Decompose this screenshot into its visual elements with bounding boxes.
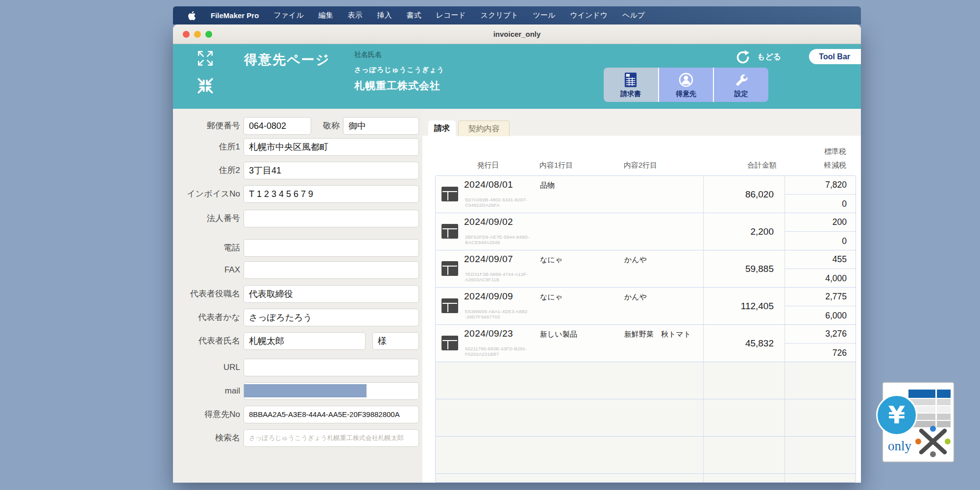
phone-label: 電話 (173, 239, 240, 257)
form-row: 代表者役職名 代表取締役 (173, 285, 422, 303)
rep-title-label: 代表者役職名 (173, 285, 240, 303)
menu-view[interactable]: 表示 (348, 11, 363, 20)
empty-invoice-row (436, 399, 856, 437)
invoice-row[interactable]: 2024/09/02 2BF62FD9-AE7E-5944-949D-BACE9… (436, 213, 856, 250)
col-header-issue-date: 発行日 (465, 161, 511, 170)
rep-name-field[interactable]: 札幌太郎 (244, 332, 366, 350)
phone-field[interactable] (244, 239, 419, 257)
total-cell-empty (703, 399, 784, 436)
menu-file[interactable]: ファイル (273, 11, 303, 20)
menu-filemaker-pro[interactable]: FileMaker Pro (211, 11, 259, 20)
menu-edit[interactable]: 編集 (318, 11, 333, 20)
form-row: 電話 (173, 239, 422, 257)
form-row: FAX (173, 261, 422, 279)
layout-icon[interactable] (441, 298, 458, 313)
address1-field[interactable]: 札幌市中央区風都町 (244, 138, 419, 156)
layout-icon[interactable] (441, 224, 458, 239)
mail-field[interactable] (244, 382, 419, 400)
person-icon (678, 72, 694, 88)
rep-kana-field[interactable]: さっぽろたろう (244, 309, 419, 326)
fax-field[interactable] (244, 261, 419, 279)
page-title: 得意先ページ (244, 51, 330, 69)
invoice-row[interactable]: 2024/09/07 なにゃ かんや 7ED31F3B-0888-4744-A1… (436, 250, 856, 288)
menu-insert[interactable]: 挿入 (377, 11, 392, 20)
invoice-uuid: 7ED31F3B-0888-4744-A13F-A2603AC9F11B (465, 271, 528, 282)
postal-code-field[interactable]: 064-0802 (244, 117, 311, 135)
total-amount: 45,832 (703, 325, 784, 362)
corporate-no-field[interactable] (244, 210, 419, 227)
url-field[interactable] (244, 359, 419, 376)
address1-label: 住所1 (173, 138, 240, 156)
rep-honorific-field[interactable]: 様 (372, 332, 419, 350)
form-row: 郵便番号 064-0802 敬称 御中 (173, 117, 422, 135)
desktop: FileMaker Pro ファイル 編集 表示 挿入 書式 レコード スクリプ… (0, 0, 980, 490)
customer-no-field[interactable]: 8BBAA2A5-A3E8-44A4-AA5E-20F39882800A (244, 406, 419, 423)
address2-field[interactable]: 3丁目41 (244, 162, 419, 179)
nav-customer-button[interactable]: 得意先 (658, 68, 713, 102)
invoice-no-field[interactable]: T12345679 (244, 185, 419, 203)
expand-arrows-icon[interactable] (196, 49, 215, 68)
nav-settings-button[interactable]: 設定 (713, 68, 768, 102)
issue-date: 2024/09/02 (464, 217, 513, 227)
menu-help[interactable]: ヘルプ (622, 11, 645, 20)
rep-kana-label: 代表者かな (173, 309, 240, 326)
customer-form-panel: 郵便番号 064-0802 敬称 御中 住所1 札幌市中央区風都町 住所2 3丁… (173, 109, 422, 483)
refresh-back-icon[interactable] (735, 49, 751, 65)
col-header-total: 合計金額 (722, 161, 777, 170)
tax-cell-empty (784, 437, 856, 473)
back-button[interactable]: もどる (757, 52, 781, 62)
nav-customer-label: 得意先 (676, 90, 696, 98)
invoice-row[interactable]: 2024/09/09 なにゃ かんや E6398005-A6A1-4DE3-A8… (436, 288, 856, 325)
total-amount: 59,885 (703, 250, 784, 287)
window-title-bar[interactable]: invoicer_only (173, 24, 861, 44)
reduced-tax: 0 (785, 195, 856, 213)
wrench-icon (734, 72, 749, 88)
issue-date: 2024/09/09 (464, 291, 513, 302)
mail-label: mail (173, 382, 240, 400)
menu-window[interactable]: ウインドウ (570, 11, 608, 20)
form-row: 代表者氏名 札幌太郎 様 (173, 332, 422, 350)
total-cell-empty (703, 437, 784, 473)
layout-icon[interactable] (441, 261, 458, 276)
layout-icon[interactable] (441, 187, 458, 201)
menu-records[interactable]: レコード (436, 11, 466, 20)
corporate-no-label: 法人番号 (173, 210, 240, 227)
content-line2: かんや (624, 293, 647, 302)
issue-date: 2024/09/07 (464, 254, 513, 265)
empty-invoice-row (436, 474, 856, 483)
col-header-reduced-tax: 軽減税 (800, 161, 846, 170)
tab-invoices[interactable]: 請求 (428, 121, 456, 136)
rep-title-field[interactable]: 代表取締役 (244, 285, 419, 303)
form-row: 住所1 札幌市中央区風都町 (173, 138, 422, 156)
collapse-arrows-icon[interactable] (196, 76, 215, 95)
form-row: URL (173, 359, 422, 376)
menu-tools[interactable]: ツール (533, 11, 556, 20)
tab-contract[interactable]: 契約内容 (458, 121, 510, 136)
tax-cell-empty (784, 399, 856, 436)
layout-icon[interactable] (441, 336, 458, 350)
form-row: 法人番号 (173, 210, 422, 227)
menu-scripts[interactable]: スクリプト (481, 11, 518, 20)
form-row: 住所2 3丁目41 (173, 162, 422, 179)
company-name: 札幌重工株式会社 (354, 79, 441, 93)
invoice-uuid: 5D7A069B-4802-6341-8297-C04922DA29FA (465, 197, 527, 208)
search-name-field[interactable]: さっぽろじゅうこうぎょう札幌重工株式会社札幌太郎 (244, 429, 419, 447)
empty-invoice-row (436, 437, 856, 474)
nav-invoice-button[interactable]: 請求書 (604, 68, 658, 102)
invoice-row[interactable]: 2024/09/23 新しい製品 新鮮野菜 秋トマト 92211795-693B… (436, 325, 856, 362)
yen-circle-icon: ¥ (876, 394, 917, 436)
tax-cell-empty (784, 362, 856, 399)
form-row: 得意先No 8BBAA2A5-A3E8-44A4-AA5E-20F3988280… (173, 406, 422, 423)
reduced-tax: 4,000 (785, 269, 856, 288)
invoice-row[interactable]: 2024/08/01 品物 5D7A069B-4802-6341-8297-C0… (436, 176, 856, 213)
tax-cell: 3,276 726 (784, 325, 856, 362)
tax-cell: 7,820 0 (784, 176, 856, 213)
toolbar-button[interactable]: Tool Bar (809, 49, 861, 64)
invoice-no-label: インボイスNo (173, 185, 240, 203)
invoice-rows: 2024/08/01 品物 5D7A069B-4802-6341-8297-C0… (435, 175, 856, 483)
honorific-field[interactable]: 御中 (343, 117, 419, 135)
menu-format[interactable]: 書式 (407, 11, 421, 20)
col-header-line1: 内容1行目 (539, 161, 573, 170)
apple-icon[interactable] (188, 11, 196, 21)
reduced-tax: 0 (785, 232, 856, 250)
